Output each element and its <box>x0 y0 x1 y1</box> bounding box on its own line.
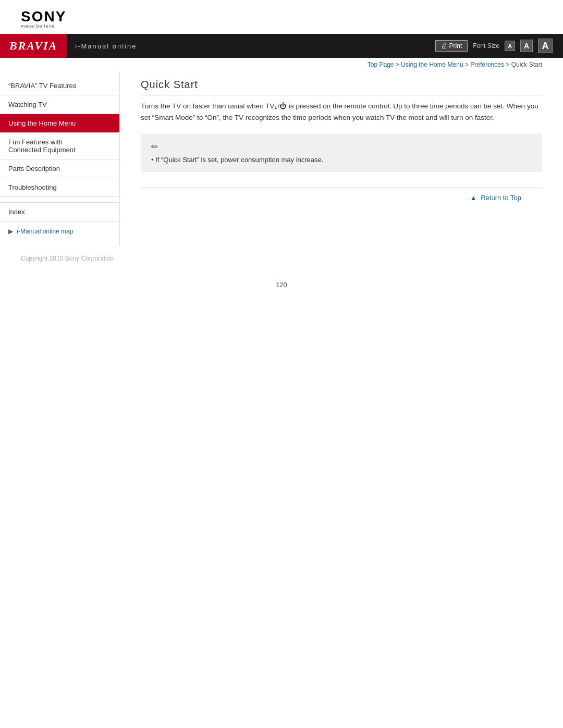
note-box: ✏ If “Quick Start” is set, power consump… <box>141 133 542 172</box>
breadcrumb-top-page[interactable]: Top Page <box>368 61 394 68</box>
return-top-link[interactable]: ▲ Return to Top <box>470 194 521 202</box>
banner-right: 🖨 Print Font Size A A A <box>435 39 553 53</box>
page-title: Quick Start <box>141 79 542 95</box>
sony-text: SONY <box>21 9 542 24</box>
breadcrumb-preferences[interactable]: Preferences <box>470 61 504 68</box>
sidebar-item-parts-description[interactable]: Parts Description <box>0 159 119 178</box>
return-top-arrow: ▲ <box>470 194 477 202</box>
print-icon: 🖨 <box>441 42 447 50</box>
bravia-logo: BRAVIA <box>0 34 67 58</box>
note-list: If “Quick Start” is set, power consumpti… <box>151 156 532 164</box>
breadcrumb-sep1: > <box>396 61 401 68</box>
sidebar-item-fun-features[interactable]: Fun Features withConnected Equipment <box>0 133 119 159</box>
note-icon: ✏ <box>151 142 532 152</box>
tagline: make.believe <box>21 24 542 29</box>
page-number: 120 <box>0 270 563 299</box>
sidebar-item-watching-tv[interactable]: Watching TV <box>0 95 119 114</box>
breadcrumb: Top Page > Using the Home Menu > Prefere… <box>0 58 563 71</box>
breadcrumb-sep3: > <box>506 61 511 68</box>
logo-area: SONY make.believe <box>0 0 563 34</box>
return-top-label: Return to Top <box>481 194 521 202</box>
copyright: Copyright 2010 Sony Corporation <box>21 255 114 262</box>
sidebar-item-home-menu[interactable]: Using the Home Menu <box>0 114 119 133</box>
sidebar-item-troubleshooting[interactable]: Troubleshooting <box>0 178 119 197</box>
banner-left: BRAVIA i-Manual online <box>0 34 137 58</box>
font-small-button[interactable]: A <box>505 41 515 51</box>
font-size-label: Font Size <box>473 42 499 50</box>
breadcrumb-current: Quick Start <box>511 61 542 68</box>
sidebar-item-index[interactable]: Index <box>0 202 119 221</box>
content-body: Turns the TV on faster than usual when T… <box>141 101 542 123</box>
main-layout: “BRAVIA” TV Features Watching TV Using t… <box>0 71 563 246</box>
top-banner: BRAVIA i-Manual online 🖨 Print Font Size… <box>0 34 563 58</box>
sony-logo: SONY make.believe <box>21 9 542 29</box>
map-arrow-icon: ▶ <box>8 228 15 235</box>
breadcrumb-sep2: > <box>465 61 470 68</box>
sidebar-item-bravia-features[interactable]: “BRAVIA” TV Features <box>0 77 119 95</box>
imanual-map-link[interactable]: i-Manual online map <box>17 228 73 235</box>
content-area: Quick Start Turns the TV on faster than … <box>120 71 563 246</box>
sidebar: “BRAVIA” TV Features Watching TV Using t… <box>0 71 120 246</box>
font-medium-button[interactable]: A <box>520 40 533 52</box>
breadcrumb-home-menu[interactable]: Using the Home Menu <box>401 61 463 68</box>
manual-title: i-Manual online <box>75 42 137 50</box>
return-top-bar: ▲ Return to Top <box>141 188 542 207</box>
print-label: Print <box>449 42 462 50</box>
sidebar-map: ▶ i-Manual online map <box>0 221 119 241</box>
note-item: If “Quick Start” is set, power consumpti… <box>151 156 532 164</box>
font-large-button[interactable]: A <box>538 39 553 53</box>
footer: Copyright 2010 Sony Corporation <box>0 246 563 270</box>
print-button[interactable]: 🖨 Print <box>435 40 468 52</box>
